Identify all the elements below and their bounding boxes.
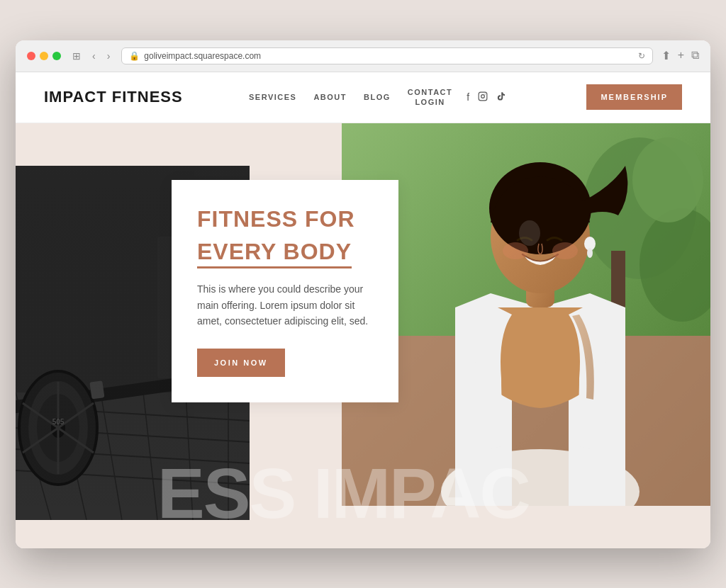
hero-headline-line1: FITNESS FOR	[197, 205, 373, 232]
hero-description: This is where you could describe your ma…	[197, 281, 373, 329]
navigation: IMPACT FITNESS SERVICES ABOUT BLOG CONTA…	[16, 72, 710, 123]
svg-point-39	[503, 242, 528, 259]
browser-actions: ⬆ + ⧉	[661, 49, 699, 62]
url-text: goliveimpact.squarespace.com	[144, 51, 261, 61]
svg-rect-0	[479, 92, 487, 101]
svg-point-43	[519, 220, 540, 246]
hero-section: 505	[16, 123, 710, 548]
address-bar[interactable]: 🔒 goliveimpact.squarespace.com ↻	[121, 47, 652, 64]
nav-blog[interactable]: BLOG	[364, 93, 391, 101]
tabs-icon[interactable]: ⧉	[691, 49, 699, 62]
svg-point-42	[587, 248, 593, 258]
nav-contact[interactable]: CONTACT	[408, 88, 452, 96]
svg-point-2	[485, 94, 486, 94]
nav-social: f	[467, 91, 506, 103]
reload-icon[interactable]: ↻	[638, 51, 645, 61]
nav-about[interactable]: ABOUT	[313, 93, 347, 101]
nav-contact-login: CONTACT LOGIN	[408, 88, 452, 106]
nav-links: SERVICES ABOUT BLOG CONTACT LOGIN	[249, 88, 452, 106]
sidebar-toggle-icon[interactable]: ⊞	[69, 49, 84, 63]
browser-chrome: ⊞ ‹ › 🔒 goliveimpact.squarespace.com ↻ ⬆…	[16, 40, 710, 72]
facebook-icon[interactable]: f	[467, 91, 469, 103]
website: IMPACT FITNESS SERVICES ABOUT BLOG CONTA…	[16, 72, 710, 548]
nav-login[interactable]: LOGIN	[415, 98, 445, 106]
nav-center: SERVICES ABOUT BLOG CONTACT LOGIN f	[249, 88, 520, 106]
membership-button[interactable]: MEMBERSHIP	[586, 84, 682, 110]
back-icon[interactable]: ‹	[89, 49, 99, 63]
forward-icon[interactable]: ›	[104, 49, 113, 63]
lock-icon: 🔒	[129, 51, 140, 61]
maximize-dot[interactable]	[52, 52, 61, 60]
browser-dots	[27, 52, 61, 60]
hero-content-card: FITNESS FOR EVERY BODY This is where you…	[172, 180, 398, 403]
minimize-dot[interactable]	[40, 52, 48, 60]
browser-window: ⊞ ‹ › 🔒 goliveimpact.squarespace.com ↻ ⬆…	[16, 40, 710, 548]
nav-services[interactable]: SERVICES	[249, 93, 296, 101]
svg-point-33	[632, 137, 703, 222]
tiktok-icon[interactable]	[496, 91, 506, 103]
new-tab-icon[interactable]: +	[678, 49, 684, 62]
join-now-button[interactable]: JOIN NOW	[197, 349, 285, 377]
svg-point-1	[481, 94, 485, 98]
hero-headline-line2: EVERY BODY	[197, 238, 373, 268]
browser-controls: ⊞ ‹ ›	[69, 49, 113, 63]
svg-point-40	[552, 242, 578, 259]
close-dot[interactable]	[27, 52, 35, 60]
site-logo[interactable]: IMPACT FITNESS	[44, 88, 183, 106]
instagram-icon[interactable]	[478, 91, 488, 103]
share-icon[interactable]: ⬆	[661, 49, 671, 62]
